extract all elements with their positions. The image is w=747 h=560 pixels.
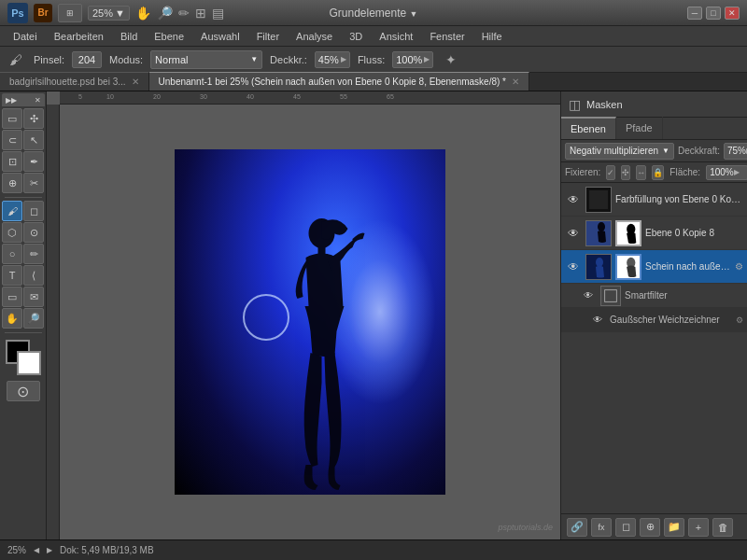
eraser-tool[interactable]: ◻: [23, 201, 44, 221]
menu-3d[interactable]: 3D: [342, 29, 370, 44]
layer-item-5[interactable]: 👁 Gaußscher Weichzeichner ⚙: [561, 308, 747, 332]
layer-1-visibility[interactable]: 👁: [565, 191, 582, 208]
tool-row-3: ⊡ ✒: [2, 151, 44, 172]
zoom-tool-icon[interactable]: 🔎: [157, 6, 173, 21]
clone-tool[interactable]: ✂: [23, 173, 44, 193]
layer-1-thumb: [585, 187, 612, 213]
layer-4-name: Smartfilter: [625, 290, 743, 301]
tab-unbenannt[interactable]: Unbenannt-1 bei 25% (Schein nach außen v…: [149, 72, 529, 91]
menu-bearbeiten[interactable]: Bearbeiten: [47, 29, 111, 44]
brush-tool[interactable]: 🖌: [2, 201, 22, 221]
brush-size-box[interactable]: 204: [72, 51, 102, 68]
modus-select[interactable]: Normal ▼: [150, 50, 262, 69]
menu-ebene[interactable]: Ebene: [147, 29, 191, 44]
new-group-button[interactable]: 📁: [664, 518, 684, 537]
layout-icon[interactable]: ▤: [212, 6, 224, 21]
layer-5-visibility[interactable]: 👁: [589, 312, 606, 329]
layer-item-1[interactable]: 👁 Farbfüllung von Ebene 0 Kopie 8: [561, 183, 747, 217]
hand-tool[interactable]: ✋: [2, 308, 22, 329]
layer-4-thumb-svg: [601, 286, 620, 306]
airbrush-icon[interactable]: ✦: [441, 49, 461, 70]
fill-tool[interactable]: ⬡: [2, 222, 22, 243]
zoom-select[interactable]: 25% ▼: [88, 6, 130, 21]
tab-badgirl[interactable]: badgirlsilhouette.psd bei 3... ✕: [0, 72, 149, 91]
toolbox-close-icon[interactable]: ✕: [35, 96, 41, 105]
layers-list: 👁 Farbfüllung von Ebene 0 Kopie 8 👁: [561, 183, 747, 513]
tab-unbenannt-close[interactable]: ✕: [512, 77, 519, 87]
new-layer-button[interactable]: +: [688, 518, 709, 537]
tool-row-4: ⊕ ✂: [2, 173, 44, 193]
brush-options-icon[interactable]: 🖌: [6, 49, 26, 70]
layer-5-settings-icon[interactable]: ⚙: [736, 315, 743, 325]
layer-effects-button[interactable]: fx: [591, 518, 612, 537]
fill-stepper-icon: ▶: [734, 168, 740, 176]
fix-transform-icon[interactable]: ↔: [636, 165, 646, 180]
menu-ansicht[interactable]: Ansicht: [372, 29, 420, 44]
grid-icon[interactable]: ⊞: [195, 6, 206, 21]
note-tool[interactable]: ✉: [23, 287, 44, 307]
layer-2-thumb: [585, 220, 612, 246]
fill-value-box[interactable]: 100% ▶: [706, 165, 747, 180]
shape-tool[interactable]: ▭: [2, 287, 22, 307]
layer-4-visibility[interactable]: 👁: [580, 287, 597, 304]
minimize-button[interactable]: ─: [687, 7, 702, 20]
tab-badgirl-close[interactable]: ✕: [132, 77, 139, 87]
fix-check-icon[interactable]: ✓: [606, 165, 615, 180]
tool-row-6: ⬡ ⊙: [2, 222, 44, 243]
background-color[interactable]: [17, 351, 41, 375]
dodge-tool[interactable]: ○: [2, 244, 22, 264]
blend-mode-select[interactable]: Negativ multiplizieren ▼: [565, 143, 674, 160]
layer-item-2[interactable]: 👁 Ebene 0 Kopie 8: [561, 217, 747, 250]
layer-3-visibility[interactable]: 👁: [565, 259, 582, 275]
menu-auswahl[interactable]: Auswahl: [193, 29, 247, 44]
opacity-stepper[interactable]: ▶: [341, 55, 346, 63]
fix-row: Fixieren: ✓ ✣ ↔ 🔒 Fläche: 100% ▶: [561, 162, 747, 183]
status-prev-arrow[interactable]: ◀: [34, 546, 39, 554]
menu-bild[interactable]: Bild: [113, 29, 145, 44]
type-tool[interactable]: T: [2, 265, 22, 286]
blur-tool[interactable]: ⊙: [23, 222, 44, 243]
link-layers-button[interactable]: 🔗: [567, 518, 587, 537]
quick-mask-button[interactable]: ⊙: [7, 381, 40, 401]
maximize-button[interactable]: □: [706, 7, 721, 20]
path-tool[interactable]: ⟨: [23, 265, 44, 286]
marquee-tool[interactable]: ▭: [2, 108, 22, 129]
tab-ebenen[interactable]: Ebenen: [561, 117, 616, 139]
app-mode-button[interactable]: ⊞: [58, 4, 82, 22]
eyedropper-tool[interactable]: ✒: [23, 151, 44, 172]
layer-2-visibility[interactable]: 👁: [565, 225, 582, 242]
select-tool[interactable]: ↖: [23, 130, 44, 150]
menu-filter[interactable]: Filter: [249, 29, 287, 44]
tool-row-2: ⊂ ↖: [2, 130, 44, 150]
add-mask-button[interactable]: ◻: [615, 518, 636, 537]
menu-fenster[interactable]: Fenster: [422, 29, 472, 44]
flow-box[interactable]: 100% ▶: [392, 51, 433, 68]
delete-layer-button[interactable]: 🗑: [712, 518, 733, 537]
zoom-status: 25%: [7, 545, 26, 555]
zoom-tool[interactable]: 🔎: [23, 308, 44, 329]
status-next-arrow[interactable]: ▶: [47, 546, 52, 554]
move-tool[interactable]: ✣: [23, 108, 44, 129]
layer-item-3[interactable]: 👁 Schein nach außen von Ebe...: [561, 250, 747, 284]
tab-pfade[interactable]: Pfade: [616, 117, 663, 139]
opacity-value-box[interactable]: 75% ▶: [724, 143, 747, 160]
canvas-container[interactable]: [60, 105, 560, 539]
hand-tool-icon[interactable]: ✋: [135, 6, 151, 21]
add-adjustment-button[interactable]: ⊕: [640, 518, 660, 537]
menu-hilfe[interactable]: Hilfe: [474, 29, 510, 44]
fix-move-icon[interactable]: ✣: [621, 165, 630, 180]
silhouette-svg: [264, 205, 367, 495]
heal-tool[interactable]: ⊕: [2, 173, 22, 193]
fix-lock-icon[interactable]: 🔒: [652, 165, 664, 180]
flow-stepper[interactable]: ▶: [424, 55, 430, 63]
close-button[interactable]: ✕: [725, 7, 740, 20]
opacity-box[interactable]: 45% ▶: [315, 51, 350, 68]
layer-3-settings-icon[interactable]: ⚙: [735, 261, 743, 272]
crop-tool[interactable]: ⊡: [2, 151, 22, 172]
menu-datei[interactable]: Datei: [6, 29, 45, 44]
lasso-tool[interactable]: ⊂: [2, 130, 22, 150]
brush-tool-icon[interactable]: ✏: [178, 6, 190, 21]
toolbox-expand-icon[interactable]: ▶▶: [6, 96, 17, 105]
menu-analyse[interactable]: Analyse: [289, 29, 340, 44]
pen-tool[interactable]: ✏: [23, 244, 44, 264]
